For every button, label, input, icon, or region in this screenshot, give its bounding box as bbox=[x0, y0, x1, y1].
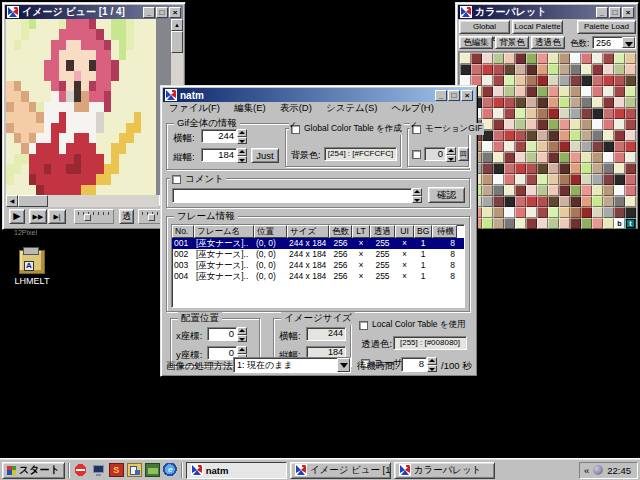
palette-cell[interactable] bbox=[592, 196, 603, 207]
palette-cell[interactable] bbox=[548, 207, 559, 218]
palette-cell[interactable] bbox=[504, 152, 515, 163]
palette-cell[interactable] bbox=[592, 141, 603, 152]
palette-cell[interactable] bbox=[570, 130, 581, 141]
palette-cell[interactable] bbox=[603, 174, 614, 185]
palette-cell[interactable] bbox=[548, 174, 559, 185]
palette-cell[interactable] bbox=[614, 64, 625, 75]
palette-cell[interactable] bbox=[515, 130, 526, 141]
palette-cell[interactable] bbox=[526, 97, 537, 108]
palette-cell[interactable] bbox=[581, 163, 592, 174]
palette-cell[interactable] bbox=[526, 218, 537, 229]
loop-infinite-button[interactable]: 回 bbox=[458, 147, 469, 161]
palette-cell[interactable] bbox=[592, 108, 603, 119]
palette-cell[interactable] bbox=[559, 64, 570, 75]
image-canvas[interactable] bbox=[6, 19, 156, 195]
palette-cell[interactable] bbox=[493, 174, 504, 185]
palette-cell[interactable] bbox=[614, 130, 625, 141]
palette-cell[interactable] bbox=[504, 53, 515, 64]
palette-cell[interactable] bbox=[581, 97, 592, 108]
palette-cell[interactable] bbox=[614, 141, 625, 152]
palette-cell[interactable] bbox=[537, 185, 548, 196]
palette-cell[interactable] bbox=[460, 64, 471, 75]
menu-item-1[interactable]: 編集(E) bbox=[228, 101, 272, 115]
palette-cell[interactable] bbox=[570, 152, 581, 163]
palette-cell[interactable] bbox=[526, 108, 537, 119]
palette-cell[interactable] bbox=[603, 75, 614, 86]
palette-cell[interactable] bbox=[570, 64, 581, 75]
palette-load-button[interactable]: Palette Load bbox=[577, 20, 636, 34]
process-method-select[interactable]: 1: 現在のまま bbox=[233, 357, 351, 373]
close-button[interactable]: × bbox=[622, 7, 634, 18]
palette-cell[interactable] bbox=[592, 130, 603, 141]
palette-cell[interactable] bbox=[570, 218, 581, 229]
palette-cell[interactable] bbox=[603, 97, 614, 108]
maximize-button[interactable]: □ bbox=[156, 7, 168, 18]
palette-cell[interactable] bbox=[482, 185, 493, 196]
palette-cell[interactable] bbox=[493, 185, 504, 196]
comment-checkbox-row[interactable]: コメント bbox=[170, 173, 226, 186]
palette-cell[interactable] bbox=[581, 174, 592, 185]
palette-cell[interactable] bbox=[548, 108, 559, 119]
palette-cell[interactable] bbox=[625, 163, 636, 174]
palette-cell[interactable] bbox=[570, 196, 581, 207]
palette-cell[interactable] bbox=[581, 141, 592, 152]
palette-cell[interactable] bbox=[515, 207, 526, 218]
task-button-1[interactable]: イメージ ビュー [1 / 4] bbox=[290, 462, 391, 479]
palette-cell[interactable] bbox=[504, 141, 515, 152]
palette-cell[interactable] bbox=[548, 196, 559, 207]
palette-cell[interactable] bbox=[614, 86, 625, 97]
palette-cell[interactable] bbox=[526, 174, 537, 185]
step-button[interactable]: ▶| bbox=[48, 209, 66, 224]
slider-thumb[interactable] bbox=[148, 214, 155, 221]
palette-cell[interactable] bbox=[537, 130, 548, 141]
frame-row[interactable]: 004[巫女ナース]..(0, 0)244 x 184256×255×18 bbox=[172, 271, 464, 282]
palette-cell[interactable] bbox=[614, 119, 625, 130]
palette-cell[interactable] bbox=[592, 218, 603, 229]
palette-cell[interactable] bbox=[460, 53, 471, 64]
palette-cell[interactable] bbox=[625, 97, 636, 108]
palette-cell[interactable] bbox=[537, 163, 548, 174]
palette-cell[interactable] bbox=[471, 64, 482, 75]
palette-cell[interactable] bbox=[548, 141, 559, 152]
palette-cell[interactable] bbox=[515, 141, 526, 152]
hscroll-thumb[interactable] bbox=[18, 195, 48, 207]
palette-cell[interactable] bbox=[603, 64, 614, 75]
menu-item-2[interactable]: 表示(D) bbox=[274, 101, 318, 115]
palette-cell[interactable] bbox=[526, 152, 537, 163]
palette-cell[interactable] bbox=[537, 152, 548, 163]
palette-cell[interactable] bbox=[526, 163, 537, 174]
palette-cell[interactable] bbox=[625, 86, 636, 97]
comment-input[interactable] bbox=[172, 188, 412, 203]
trans-color-button[interactable]: 透過色 bbox=[531, 36, 565, 49]
palette-cell[interactable] bbox=[537, 218, 548, 229]
palette-cell[interactable] bbox=[581, 119, 592, 130]
palette-cell[interactable] bbox=[570, 163, 581, 174]
chevron-down-icon[interactable] bbox=[622, 37, 635, 48]
palette-cell[interactable] bbox=[625, 53, 636, 64]
palette-cell[interactable] bbox=[493, 130, 504, 141]
palette-cell[interactable] bbox=[614, 196, 625, 207]
palette-cell[interactable] bbox=[559, 108, 570, 119]
palette-cell[interactable] bbox=[515, 185, 526, 196]
palette-cell[interactable] bbox=[548, 75, 559, 86]
chevron-down-icon[interactable] bbox=[337, 358, 350, 372]
palette-cell[interactable] bbox=[570, 75, 581, 86]
palette-cell[interactable] bbox=[570, 207, 581, 218]
palette-cell[interactable] bbox=[493, 64, 504, 75]
palette-cell[interactable] bbox=[603, 86, 614, 97]
gif-width-input[interactable]: 244 bbox=[201, 129, 237, 143]
horizontal-scrollbar[interactable]: ◀ ▶ bbox=[6, 195, 171, 207]
local-palette-button[interactable]: Local Palette bbox=[512, 20, 563, 34]
frame-row[interactable]: 003[巫女ナース]..(0, 0)244 x 184256×255×18 bbox=[172, 260, 464, 271]
palette-cell[interactable] bbox=[625, 207, 636, 218]
palette-cell[interactable] bbox=[592, 97, 603, 108]
palette-grid[interactable]: bt bbox=[460, 53, 634, 229]
palette-cell[interactable] bbox=[614, 185, 625, 196]
palette-cell[interactable] bbox=[592, 207, 603, 218]
palette-cell[interactable] bbox=[493, 119, 504, 130]
palette-cell[interactable] bbox=[482, 97, 493, 108]
palette-cell[interactable] bbox=[559, 163, 570, 174]
palette-cell[interactable] bbox=[581, 152, 592, 163]
palette-cell[interactable] bbox=[471, 53, 482, 64]
palette-cell[interactable] bbox=[559, 130, 570, 141]
